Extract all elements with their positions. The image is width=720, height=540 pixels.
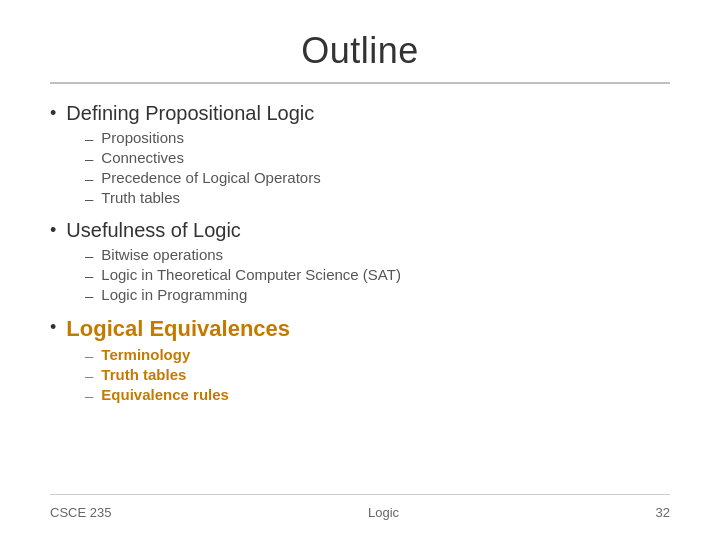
sub-dash: – (85, 190, 93, 207)
sub-item: – Connectives (85, 149, 670, 167)
title-divider (50, 82, 670, 84)
sub-dash: – (85, 130, 93, 147)
slide: Outline • Defining Propositional Logic –… (0, 0, 720, 540)
sub-item: – Logic in Programming (85, 286, 670, 304)
section-3: • Logical Equivalences – Terminology – T… (50, 316, 670, 404)
sub-text: Terminology (101, 346, 190, 363)
sub-item: – Terminology (85, 346, 670, 364)
sub-text: Logic in Programming (101, 286, 247, 303)
footer-course: CSCE 235 (50, 505, 111, 520)
sub-item: – Equivalence rules (85, 386, 670, 404)
bullet-item-1: • Defining Propositional Logic (50, 102, 670, 125)
section2-subitems: – Bitwise operations – Logic in Theoreti… (85, 246, 670, 304)
section-2: • Usefulness of Logic – Bitwise operatio… (50, 219, 670, 304)
bullet-item-2: • Usefulness of Logic (50, 219, 670, 242)
sub-dash: – (85, 387, 93, 404)
section-1: • Defining Propositional Logic – Proposi… (50, 102, 670, 207)
sub-item: – Truth tables (85, 366, 670, 384)
sub-item: – Bitwise operations (85, 246, 670, 264)
sub-item: – Propositions (85, 129, 670, 147)
sub-dash: – (85, 247, 93, 264)
sub-dash: – (85, 150, 93, 167)
bullet-item-3: • Logical Equivalences (50, 316, 670, 342)
bullet-dot-3: • (50, 317, 56, 338)
sub-dash: – (85, 170, 93, 187)
slide-title: Outline (50, 30, 670, 72)
sub-text: Bitwise operations (101, 246, 223, 263)
footer-topic: Logic (368, 505, 399, 520)
sub-dash: – (85, 347, 93, 364)
sub-text: Equivalence rules (101, 386, 229, 403)
section3-subitems: – Terminology – Truth tables – Equivalen… (85, 346, 670, 404)
section1-subitems: – Propositions – Connectives – Precedenc… (85, 129, 670, 207)
sub-dash: – (85, 367, 93, 384)
section1-label: Defining Propositional Logic (66, 102, 314, 125)
slide-footer: CSCE 235 Logic 32 (50, 494, 670, 520)
sub-text: Propositions (101, 129, 184, 146)
bullet-dot-2: • (50, 220, 56, 241)
section2-label: Usefulness of Logic (66, 219, 241, 242)
sub-dash: – (85, 267, 93, 284)
content-area: • Defining Propositional Logic – Proposi… (50, 102, 670, 494)
sub-item: – Precedence of Logical Operators (85, 169, 670, 187)
sub-text: Logic in Theoretical Computer Science (S… (101, 266, 401, 283)
sub-item: – Truth tables (85, 189, 670, 207)
sub-dash: – (85, 287, 93, 304)
sub-text: Precedence of Logical Operators (101, 169, 320, 186)
section3-label: Logical Equivalences (66, 316, 290, 342)
sub-text: Connectives (101, 149, 184, 166)
footer-page: 32 (656, 505, 670, 520)
bullet-dot-1: • (50, 103, 56, 124)
sub-text: Truth tables (101, 366, 186, 383)
sub-text: Truth tables (101, 189, 180, 206)
sub-item: – Logic in Theoretical Computer Science … (85, 266, 670, 284)
